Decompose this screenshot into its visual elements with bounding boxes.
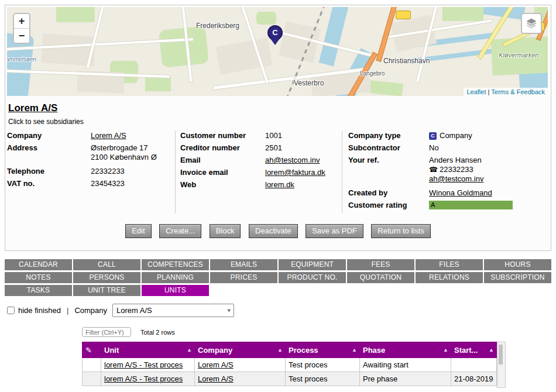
save-as-pdf-button[interactable]: Save as PDF — [306, 224, 363, 238]
zoom-out-button[interactable]: − — [14, 28, 29, 43]
sort-asc-icon: ▲ — [489, 347, 494, 353]
email-link[interactable]: ah@testcom.inv — [265, 156, 320, 165]
map-attribution: Leaflet|Terms & Feedback — [464, 88, 548, 96]
tab-product-no[interactable]: PRODUCT NO. — [279, 272, 346, 283]
tab-unit-tree[interactable]: UNIT TREE — [73, 285, 140, 296]
customer-rating-bar: A — [429, 201, 513, 209]
subcontractor-value: No — [429, 143, 439, 153]
row-edit-cell[interactable] — [83, 372, 101, 386]
tab-emails[interactable]: EMAILS — [210, 259, 277, 270]
tab-persons[interactable]: PERSONS — [73, 272, 140, 283]
tab-relations[interactable]: RELATIONS — [416, 272, 483, 283]
table-header-row: ✎ Unit▲ Company▲ Process▲ Phase▲ Start..… — [83, 342, 497, 358]
tab-quotation[interactable]: QUOTATION — [347, 272, 414, 283]
layers-control[interactable] — [521, 13, 542, 34]
units-table: ✎ Unit▲ Company▲ Process▲ Phase▲ Start..… — [82, 342, 497, 386]
customer-number-label: Customer number — [180, 131, 265, 140]
block-button[interactable]: Block — [210, 224, 241, 238]
map-label-gammelsoen: Gammelsøen — [7, 56, 36, 63]
filter-separator: | — [67, 306, 68, 315]
sort-asc-icon: ▲ — [443, 347, 448, 353]
scrollbar-thumb[interactable] — [499, 345, 503, 365]
web-link[interactable]: lorem.dk — [265, 180, 294, 190]
subsidiaries-hint: Click to see subsidiaries — [8, 118, 84, 126]
row-edit-cell[interactable] — [83, 358, 101, 372]
unit-link[interactable]: lorem A/S - Test proces — [104, 374, 183, 383]
create-button[interactable]: Create... — [159, 224, 201, 238]
column-header-company[interactable]: Company▲ — [195, 342, 286, 358]
hide-finished-checkbox[interactable] — [7, 307, 15, 314]
column-header-phase[interactable]: Phase▲ — [360, 342, 451, 358]
company-select[interactable]: Lorem A/S ▾ — [112, 304, 234, 317]
tab-units[interactable]: UNITS — [142, 285, 209, 296]
units-filter-bar: hide finished | Company Lorem A/S ▾ — [6, 303, 234, 317]
map[interactable]: Frederiksberg Vesterbro Christianshavn L… — [7, 7, 548, 96]
details-column-2: Customer number 1001 Creditor number 250… — [175, 131, 342, 213]
phase-cell: Awaiting start — [360, 358, 451, 372]
your-ref-phone: 22332233 — [440, 165, 473, 174]
phase-cell: Pre phase — [360, 372, 451, 386]
tab-planning[interactable]: PLANNING — [142, 272, 209, 283]
start-cell: 21-08-2019 — [451, 372, 497, 386]
invoice-email-link[interactable]: lorem@faktura.dk — [265, 168, 325, 177]
hide-finished-label: hide finished — [18, 306, 61, 315]
sort-asc-icon: ▲ — [187, 347, 192, 353]
map-label-frederiksberg: Frederiksberg — [196, 22, 239, 30]
map-marker[interactable]: C — [267, 25, 283, 50]
edit-column-header[interactable]: ✎ — [83, 342, 101, 358]
start-cell — [451, 358, 497, 372]
company-label: Company — [7, 131, 91, 140]
table-filter-input[interactable] — [82, 327, 131, 337]
leaflet-link[interactable]: Leaflet — [466, 88, 486, 95]
created-by-link[interactable]: Winona Goldmand — [429, 188, 492, 198]
table-row: lorem A/S - Test proces Lorem A/S Test p… — [83, 358, 497, 372]
marker-letter: C — [272, 28, 277, 37]
action-buttons: Edit Create... Block Deactivate Save as … — [5, 224, 551, 238]
creditor-number-label: Creditor number — [180, 143, 265, 153]
map-label-christianshavn: Christianshavn — [383, 57, 430, 65]
tab-hours[interactable]: HOURS — [484, 259, 551, 270]
company-link[interactable]: Lorem A/S — [198, 374, 234, 383]
deactivate-button[interactable]: Deactivate — [249, 224, 297, 238]
tab-tasks[interactable]: TASKS — [5, 285, 72, 296]
tab-prices[interactable]: PRICES — [210, 272, 277, 283]
tab-equipment[interactable]: EQUIPMENT — [279, 259, 346, 270]
sort-asc-icon: ▲ — [277, 347, 283, 353]
tab-files[interactable]: FILES — [416, 259, 483, 270]
tab-call[interactable]: CALL — [73, 259, 140, 270]
return-to-lists-button[interactable]: Return to lists — [371, 224, 430, 238]
company-link[interactable]: Lorem A/S — [198, 360, 234, 369]
address-line2: 2100 København Ø — [91, 153, 157, 162]
column-header-unit[interactable]: Unit▲ — [101, 342, 195, 358]
your-ref-email-link[interactable]: ah@testcom.inv — [429, 174, 483, 184]
vat-value: 23454323 — [91, 179, 125, 188]
map-label-klovermarken: Kløvermarken — [499, 51, 538, 59]
your-ref-label: Your ref. — [348, 156, 429, 184]
chevron-down-icon: ▾ — [228, 307, 231, 314]
column-header-process[interactable]: Process▲ — [286, 342, 360, 358]
tab-notes[interactable]: NOTES — [5, 272, 72, 283]
map-label-langebro: Langebro — [360, 70, 385, 77]
vat-label: VAT no. — [7, 179, 91, 188]
tab-fees[interactable]: FEES — [347, 259, 414, 270]
tab-subscription[interactable]: SUBSCRIPTION — [484, 272, 551, 283]
company-type-label: Company type — [348, 131, 429, 140]
table-scrollbar[interactable] — [497, 342, 506, 388]
edit-button[interactable]: Edit — [125, 224, 151, 238]
crm-page: Frederiksberg Vesterbro Christianshavn L… — [0, 0, 556, 392]
invoice-email-label: Invoice email — [180, 168, 265, 177]
column-header-start[interactable]: Start...▲ — [451, 342, 497, 358]
customer-number-value: 1001 — [265, 131, 282, 140]
unit-link[interactable]: lorem A/S - Test proces — [104, 360, 183, 369]
email-label: Email — [180, 156, 265, 165]
company-value-link[interactable]: Lorem A/S — [91, 131, 126, 140]
terms-feedback-link[interactable]: Terms & Feedback — [491, 88, 545, 95]
tab-calendar[interactable]: CALENDAR — [5, 259, 72, 270]
company-panel: Frederiksberg Vesterbro Christianshavn L… — [5, 5, 551, 251]
tab-competences[interactable]: COMPETENCES — [142, 259, 209, 270]
company-type-value: Company — [440, 131, 472, 140]
zoom-in-button[interactable]: + — [14, 14, 29, 28]
page-title[interactable]: Lorem A/S — [8, 102, 57, 114]
process-cell: Test proces — [286, 372, 360, 386]
address-line1: Østerbrogade 17 — [91, 143, 157, 153]
